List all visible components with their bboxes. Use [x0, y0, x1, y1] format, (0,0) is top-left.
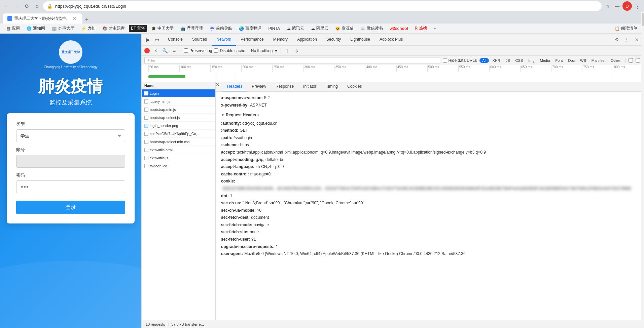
filter-button[interactable]: ≡	[171, 47, 178, 54]
request-item-login[interactable]: Login	[142, 89, 215, 97]
password-input[interactable]	[16, 180, 125, 193]
filter-media[interactable]: Media	[538, 58, 552, 63]
settings-icon[interactable]: ⚙	[612, 35, 621, 44]
filter-input[interactable]	[144, 57, 440, 64]
browser-toolbar-icons: ☆ ⸻ U ⋮	[604, 1, 641, 11]
tab-memory[interactable]: Memory	[269, 34, 292, 46]
home-button[interactable]: ⌂	[33, 2, 41, 10]
filter-font[interactable]: Font	[553, 58, 565, 63]
bookmark-hot[interactable]: R 热榜	[412, 25, 430, 32]
tab-performance[interactable]: Performance	[236, 34, 269, 46]
forward-button[interactable]: →	[13, 2, 21, 10]
headers-subtab[interactable]: Headers	[222, 82, 247, 91]
req-header-user-agent: user-agent: Mozilla/5.0 (Windows NT 10.0…	[221, 250, 639, 258]
disable-cache-checkbox[interactable]: Disable cache	[214, 48, 245, 53]
tab-label: 重庆理工大学 - 肺炎疫情监控...	[14, 16, 70, 22]
record-button[interactable]	[144, 48, 150, 53]
preview-subtab[interactable]: Preview	[247, 82, 271, 91]
reading-list[interactable]: 📋 阅读清单	[612, 25, 640, 32]
preserve-log-checkbox[interactable]: Preserve log	[184, 48, 212, 53]
filter-doc[interactable]: Doc	[566, 58, 577, 63]
upload-icon[interactable]: ⇧	[284, 47, 291, 54]
request-item-favicon[interactable]: favicon.ico	[142, 162, 215, 170]
disable-cache-input[interactable]	[214, 48, 218, 53]
request-headers-section-title[interactable]: ▼ Request Headers	[221, 112, 639, 118]
filter-manifest[interactable]: Manifest	[589, 58, 608, 63]
bookmark-themes[interactable]: 📚 才主题库	[100, 25, 128, 32]
bookmark-apps[interactable]: ▦ 应用	[4, 25, 23, 32]
tab-application[interactable]: Application	[292, 34, 322, 46]
tab-lighthouse[interactable]: Lighthouse	[346, 34, 375, 46]
type-select[interactable]: 学生 教职工	[16, 129, 125, 142]
star-icon[interactable]: ☆	[604, 2, 612, 10]
filter-js[interactable]: JS	[504, 58, 512, 63]
close-devtools-icon[interactable]: ✕	[633, 35, 641, 44]
bookmark-translate[interactable]: 🌏 百度翻译	[236, 25, 264, 32]
login-button[interactable]: 登录	[16, 201, 125, 214]
filter-other[interactable]: Other	[609, 58, 622, 63]
tab-adblock[interactable]: Adblock Plus	[375, 34, 407, 46]
tab-close-icon[interactable]: ✕	[72, 15, 78, 22]
bookmark-wechat-read[interactable]: 📖 微信读书	[358, 25, 386, 32]
tab-sources[interactable]: Sources	[187, 34, 212, 46]
filter-ws[interactable]: WS	[578, 58, 588, 63]
bookmark-resources[interactable]: 🐱 资源猫	[332, 25, 356, 32]
filter-xhr[interactable]: XHR	[490, 58, 502, 63]
timing-subtab[interactable]: Timing	[321, 82, 343, 91]
bookmark-umooc[interactable]: 🎓 中国大学	[148, 25, 176, 32]
address-bar[interactable]: 🔒 https://qd-yqcj.cqut.edu.cn/sso/Login	[43, 1, 602, 11]
hide-data-urls-input[interactable]	[443, 58, 447, 63]
filter-img[interactable]: Img	[526, 58, 536, 63]
download-icon[interactable]: ⇩	[293, 47, 300, 54]
filter-all[interactable]: All	[479, 58, 489, 63]
tab-network[interactable]: Network	[212, 34, 236, 46]
throttle-dropdown[interactable]: No throttling ▼	[251, 48, 278, 53]
bookmark-w3school[interactable]: w3school	[387, 25, 411, 32]
scrollbar[interactable]	[641, 82, 644, 320]
bookmark-notification[interactable]: 🌐 通知网	[24, 25, 48, 32]
bookmark-leetcode[interactable]: ⚡ 力扣	[78, 25, 98, 32]
refresh-button[interactable]: ⟳	[23, 2, 31, 10]
devtools-cursor-btn[interactable]: ▶	[144, 36, 152, 43]
request-item-header-png[interactable]: login_header.png	[142, 122, 215, 130]
extensions-icon[interactable]: ⸻	[613, 2, 621, 10]
tab-console[interactable]: Console	[163, 34, 187, 46]
request-item-bootstrap[interactable]: bootstrap.min.js	[142, 106, 215, 114]
has-blocked-checkbox[interactable]	[629, 58, 634, 63]
avatar-icon[interactable]: U	[622, 1, 632, 11]
preserve-log-input[interactable]	[184, 48, 188, 53]
response-subtab[interactable]: Response	[271, 82, 298, 91]
search-button[interactable]: 🔍	[161, 47, 169, 54]
back-button[interactable]: ←	[3, 2, 11, 10]
bookmark-aliyun[interactable]: ☁ 阿里云	[308, 25, 331, 32]
blocked-req-input[interactable]	[636, 58, 640, 63]
clear-button[interactable]: ☓	[152, 47, 159, 54]
blocked-req-checkbox[interactable]	[636, 58, 641, 63]
request-item-extn-js[interactable]: extn-utils.js	[142, 154, 215, 162]
has-blocked-input[interactable]	[629, 58, 633, 63]
request-item-bootstrap-select[interactable]: bootstrap-select.js	[142, 114, 215, 122]
bookmark-nav[interactable]: ☔ 前站导航	[207, 25, 235, 32]
browser-tab-active[interactable]: 重庆理工大学 - 肺炎疫情监控... ✕	[3, 13, 82, 24]
bookmark-more[interactable]: »	[431, 25, 439, 32]
menu-icon[interactable]: ⋮	[633, 2, 641, 10]
close-panel-icon[interactable]: ✕	[216, 82, 220, 91]
tab-security[interactable]: Security	[322, 34, 346, 46]
bookmark-admin[interactable]: 🏢 办事大厅	[49, 25, 77, 32]
bookmark-bilibili[interactable]: 📺 哔哩哔哩	[178, 25, 206, 32]
request-item-css[interactable]: css?v=G5q7-UK6p9bFp_Co,...	[142, 130, 215, 138]
filter-css[interactable]: CSS	[513, 58, 525, 63]
bookmark-bt[interactable]: BT 宝塔	[129, 25, 147, 32]
devtools-responsive-btn[interactable]: ▭	[153, 36, 160, 43]
request-item-jquery[interactable]: jquery.min.js	[142, 97, 215, 106]
bookmark-pinta[interactable]: PINTA	[265, 25, 282, 32]
new-tab-button[interactable]: +	[85, 16, 89, 24]
more-options-icon[interactable]: ⋮	[622, 35, 631, 44]
cookies-subtab[interactable]: Cookies	[343, 82, 366, 91]
request-item-extn-html[interactable]: extn-utils.html	[142, 146, 215, 154]
bookmark-tencent[interactable]: ☁ 腾讯云	[284, 25, 307, 32]
initiator-subtab[interactable]: Initiator	[298, 82, 321, 91]
account-input[interactable]	[16, 155, 125, 168]
hide-data-urls-checkbox[interactable]: Hide data URLs	[443, 58, 477, 63]
request-item-bootstrap-css[interactable]: bootstrap-select.min.css	[142, 138, 215, 146]
